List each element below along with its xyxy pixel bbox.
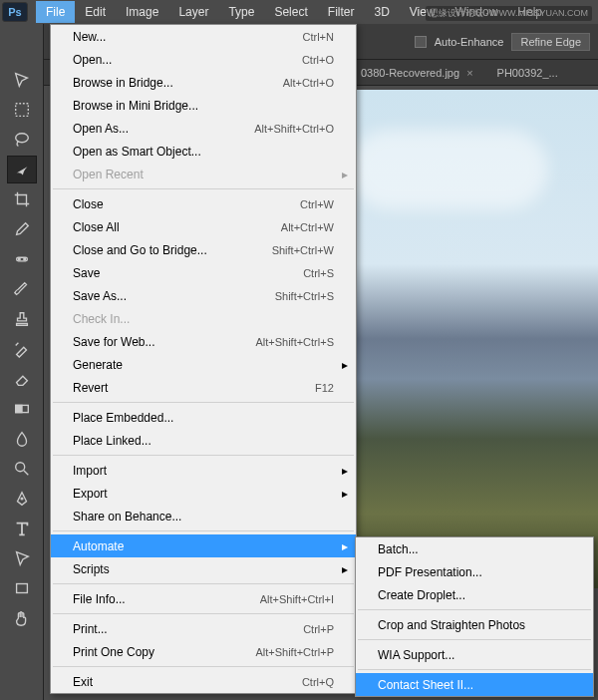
menu-layer[interactable]: Layer	[168, 1, 218, 23]
menu-item-scripts[interactable]: Scripts▸	[51, 557, 356, 580]
history-brush-tool-icon[interactable]	[7, 335, 37, 363]
menu-item-import[interactable]: Import▸	[51, 459, 356, 482]
menu-item-place-linked[interactable]: Place Linked...	[51, 429, 356, 452]
svg-point-1	[15, 134, 28, 143]
menu-item-label: PDF Presentation...	[378, 565, 571, 579]
menu-3d[interactable]: 3D	[364, 1, 399, 23]
menu-filter[interactable]: Filter	[318, 1, 365, 23]
menu-separator	[358, 639, 591, 640]
menu-item-crop-and-straighten-photos[interactable]: Crop and Straighten Photos	[356, 613, 593, 636]
menu-item-share-on-behance[interactable]: Share on Behance...	[51, 505, 356, 527]
menu-item-label: Automate	[73, 539, 334, 553]
menu-item-label: New...	[73, 30, 303, 44]
menu-item-automate[interactable]: Automate▸	[51, 534, 356, 557]
menu-item-label: Browse in Bridge...	[73, 76, 283, 90]
type-tool-icon[interactable]	[7, 515, 37, 542]
marquee-tool-icon[interactable]	[7, 96, 37, 124]
menu-item-label: Save	[73, 266, 303, 280]
menu-shortcut: Ctrl+W	[300, 198, 334, 210]
menu-item-label: Crop and Straighten Photos	[378, 618, 571, 632]
menu-item-batch[interactable]: Batch...	[356, 537, 593, 560]
close-icon[interactable]: ×	[466, 67, 472, 79]
menu-shortcut: Shift+Ctrl+S	[275, 290, 334, 302]
menu-item-label: File Info...	[73, 592, 260, 606]
menu-item-export[interactable]: Export▸	[51, 482, 356, 505]
stamp-tool-icon[interactable]	[7, 305, 37, 333]
brush-tool-icon[interactable]	[7, 275, 37, 303]
menu-item-file-info[interactable]: File Info...Alt+Shift+Ctrl+I	[51, 587, 356, 610]
submenu-arrow-icon: ▸	[342, 358, 348, 372]
menu-item-pdf-presentation[interactable]: PDF Presentation...	[356, 560, 593, 583]
canvas-image	[329, 90, 598, 588]
menu-file[interactable]: File	[36, 1, 75, 23]
quick-select-tool-icon[interactable]	[7, 156, 37, 183]
menu-item-close-and-go-to-bridge[interactable]: Close and Go to Bridge...Shift+Ctrl+W	[51, 238, 356, 261]
menu-item-wia-support[interactable]: WIA Support...	[356, 643, 593, 666]
menu-separator	[53, 666, 354, 667]
crop-tool-icon[interactable]	[7, 185, 37, 213]
menu-item-print-one-copy[interactable]: Print One CopyAlt+Shift+Ctrl+P	[51, 640, 356, 663]
menu-item-open-as-smart-object[interactable]: Open as Smart Object...	[51, 140, 356, 163]
menu-item-open-recent: Open Recent▸	[51, 163, 356, 185]
hand-tool-icon[interactable]	[7, 604, 37, 632]
menu-image[interactable]: Image	[116, 1, 168, 23]
menu-item-save-for-web[interactable]: Save for Web...Alt+Shift+Ctrl+S	[51, 330, 356, 353]
menu-item-browse-in-mini-bridge[interactable]: Browse in Mini Bridge...	[51, 94, 356, 117]
toolbar	[0, 24, 44, 700]
menu-item-create-droplet[interactable]: Create Droplet...	[356, 583, 593, 606]
blur-tool-icon[interactable]	[7, 425, 37, 453]
menu-item-save[interactable]: SaveCtrl+S	[51, 261, 356, 284]
lasso-tool-icon[interactable]	[7, 126, 37, 154]
healing-brush-tool-icon[interactable]	[7, 245, 37, 273]
submenu-arrow-icon: ▸	[342, 487, 348, 501]
menu-item-exit[interactable]: ExitCtrl+Q	[51, 670, 356, 693]
document-tab[interactable]: PH00392_...	[491, 63, 564, 83]
menu-shortcut: Alt+Shift+Ctrl+P	[255, 646, 334, 658]
menu-select[interactable]: Select	[264, 1, 317, 23]
dodge-tool-icon[interactable]	[7, 455, 37, 483]
menu-item-new[interactable]: New...Ctrl+N	[51, 25, 356, 48]
svg-rect-9	[16, 584, 27, 593]
menu-item-label: Close All	[73, 220, 281, 234]
pen-tool-icon[interactable]	[7, 485, 37, 513]
menu-item-revert[interactable]: RevertF12	[51, 376, 356, 399]
refine-edge-button[interactable]: Refine Edge	[511, 33, 590, 51]
menu-item-save-as[interactable]: Save As...Shift+Ctrl+S	[51, 284, 356, 307]
gradient-tool-icon[interactable]	[7, 395, 37, 423]
path-select-tool-icon[interactable]	[7, 544, 37, 572]
menu-edit[interactable]: Edit	[75, 1, 116, 23]
menu-item-browse-in-bridge[interactable]: Browse in Bridge...Alt+Ctrl+O	[51, 71, 356, 94]
menu-shortcut: Alt+Ctrl+O	[283, 77, 334, 89]
menu-item-close[interactable]: CloseCtrl+W	[51, 192, 356, 215]
document-tab[interactable]: 0380-Recovered.jpg ×	[355, 63, 479, 83]
menu-item-label: Import	[73, 464, 334, 478]
eraser-tool-icon[interactable]	[7, 365, 37, 393]
menu-item-label: Open As...	[73, 122, 254, 136]
svg-rect-6	[15, 405, 21, 412]
menu-item-label: Revert	[73, 381, 315, 395]
menu-item-print[interactable]: Print...Ctrl+P	[51, 617, 356, 640]
menu-item-label: Open...	[73, 53, 302, 67]
rectangle-tool-icon[interactable]	[7, 574, 37, 602]
menu-item-label: Check In...	[73, 312, 334, 326]
svg-point-8	[21, 498, 23, 500]
menu-shortcut: Alt+Ctrl+W	[281, 221, 334, 233]
menu-item-open-as[interactable]: Open As...Alt+Shift+Ctrl+O	[51, 117, 356, 140]
auto-enhance-checkbox[interactable]	[415, 36, 427, 48]
menu-shortcut: Ctrl+N	[303, 31, 334, 43]
menu-item-open[interactable]: Open...Ctrl+O	[51, 48, 356, 71]
menu-shortcut: F12	[315, 382, 334, 394]
eyedropper-tool-icon[interactable]	[7, 215, 37, 243]
menu-item-contact-sheet-ii[interactable]: Contact Sheet II...	[356, 673, 593, 696]
menu-item-generate[interactable]: Generate▸	[51, 353, 356, 376]
menu-item-label: WIA Support...	[378, 648, 571, 662]
menu-item-close-all[interactable]: Close AllAlt+Ctrl+W	[51, 215, 356, 238]
menu-item-label: Place Linked...	[73, 434, 334, 448]
menu-item-place-embedded[interactable]: Place Embedded...	[51, 406, 356, 429]
move-tool-icon[interactable]	[7, 66, 37, 94]
menu-item-label: Scripts	[73, 562, 334, 576]
menu-item-label: Open as Smart Object...	[73, 145, 334, 159]
menu-type[interactable]: Type	[218, 1, 264, 23]
submenu-arrow-icon: ▸	[342, 168, 348, 181]
menu-item-label: Close	[73, 197, 300, 211]
